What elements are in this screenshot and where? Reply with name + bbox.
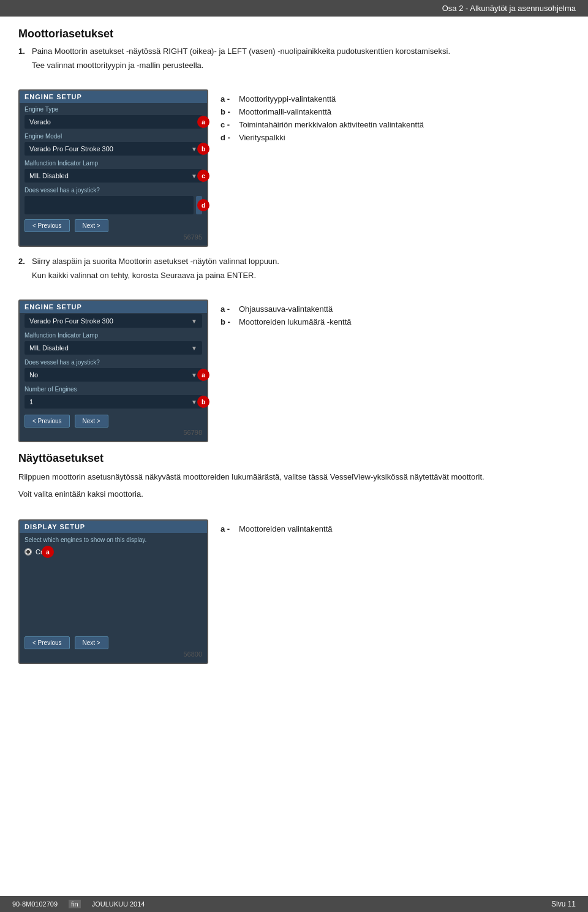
screen1-model-arrow: ▼ [191,146,197,153]
screen2-buttons: < Previous Next > [20,410,207,428]
step-2-number: 2. [18,257,32,266]
note-2b-label: b - [221,317,239,326]
step-1b-text: Tee valinnat moottorityypin ja -mallin p… [32,61,203,70]
screen2-notes: a - Ohjaussauva-valintakenttä b - Mootto… [221,300,570,330]
note-1d: d - Vierityspalkki [221,133,570,142]
page-header: Osa 2 - Alkunäytöt ja asennusohjelma [0,0,588,17]
screen1-mil-field[interactable]: MIL Disabled ▼ c [24,169,202,183]
step-2b-text: Kun kaikki valinnat on tehty, korosta Se… [32,271,256,280]
step-2: 2. Siirry alaspäin ja suorita Moottorin … [18,257,570,266]
engine-screen-1: ENGINE SETUP Engine Type Verado a Engine… [18,89,208,247]
step-2b-number [18,271,32,280]
screen3-title: DISPLAY SETUP [20,521,207,533]
screen1-mil-value: MIL Disabled [29,172,69,179]
note-1c: c - Toimintahäiriön merkkivalon aktivite… [221,120,570,129]
screen1-notes: a - Moottorityyppi-valintakenttä b - Moo… [221,89,570,146]
step-1b-number [18,61,32,70]
note-3a-text: Moottoreiden valintakenttä [239,524,332,533]
screen2-model-arrow: ▼ [191,318,197,325]
step-1-number: 1. [18,47,32,56]
screen2-next-btn[interactable]: Next > [75,415,108,428]
note-1a: a - Moottorityyppi-valintakenttä [221,94,570,104]
note-2b-text: Moottoreiden lukumäärä -kenttä [239,317,352,326]
screen2-container: ENGINE SETUP Verado Pro Four Stroke 300 … [18,300,208,442]
screen2-model-value: Verado Pro Four Stroke 300 [29,317,113,325]
footer-page: Sivu 11 [551,900,576,908]
engine-screen-2: ENGINE SETUP Verado Pro Four Stroke 300 … [18,300,208,442]
badge-2b: b [197,396,209,408]
footer-date: JOULUKUU 2014 [92,900,145,908]
display-screen-3: DISPLAY SETUP Select which engines to sh… [18,519,208,664]
figure-2-row: ENGINE SETUP Verado Pro Four Stroke 300 … [18,300,570,442]
header-title: Osa 2 - Alkunäytöt ja asennusohjelma [442,4,576,13]
footer-doc-number: 90-8M0102709 [12,900,58,908]
step-2b: Kun kaikki valinnat on tehty, korosta Se… [18,271,570,280]
radio-dot-inner [26,550,30,554]
screen3-cntr-option[interactable]: Cntr a [20,546,207,558]
section3-title: Näyttöasetukset [18,452,570,465]
badge-3a: a [42,546,54,558]
screen1-fig-number: 56795 [20,233,207,241]
note-2a-text: Ohjaussauva-valintakenttä [239,304,333,314]
radio-dot [24,548,32,556]
note-2a: a - Ohjaussauva-valintakenttä [221,304,570,314]
note-1b-label: b - [221,107,239,116]
badge-a: a [197,116,209,128]
step-1: 1. Paina Moottorin asetukset -näytössä R… [18,47,570,56]
screen1-next-btn[interactable]: Next > [75,219,108,232]
screen1-mil-arrow: ▼ [191,173,197,179]
screen2-joystick-label: Does vessel has a joystick? [20,356,207,367]
screen2-engines-field[interactable]: 1 ▼ b [24,395,202,409]
badge-c: c [197,170,209,182]
step-2-text: Siirry alaspäin ja suorita Moottorin ase… [32,257,279,266]
screen2-no-field[interactable]: No ▼ a [24,368,202,382]
screen2-engines-label: Number of Engines [20,383,207,394]
note-2b: b - Moottoreiden lukumäärä -kenttä [221,317,570,326]
screen2-title: ENGINE SETUP [20,301,207,313]
note-1a-text: Moottorityyppi-valintakenttä [239,94,336,104]
screen2-model-field[interactable]: Verado Pro Four Stroke 300 ▼ [24,314,202,328]
screen1-mil-label: Malfunction Indicator Lamp [20,157,207,168]
badge-b: b [197,143,209,155]
screen1-buttons: < Previous Next > [20,214,207,232]
screen3-fig-number: 56800 [20,650,207,658]
step-1b: Tee valinnat moottorityypin ja -mallin p… [18,61,570,70]
note-1b: b - Moottorimalli-valintakenttä [221,107,570,116]
note-2a-label: a - [221,304,239,314]
note-3a-label: a - [221,524,239,533]
figure-3-row: DISPLAY SETUP Select which engines to sh… [18,519,570,664]
footer-lang: fin [69,900,81,908]
badge-2a: a [197,369,209,381]
badge-d: d [197,199,209,211]
screen2-fig-number: 56798 [20,429,207,436]
screen2-no-arrow: ▼ [191,372,197,379]
step-1-text: Paina Moottorin asetukset -näytössä RIGH… [32,47,450,56]
screen1-verado-field[interactable]: Verado a [24,115,202,129]
screen1-title: ENGINE SETUP [20,91,207,103]
screen1-prev-btn[interactable]: < Previous [24,219,70,232]
figure-1-row: ENGINE SETUP Engine Type Verado a Engine… [18,89,570,247]
screen1-model-value: Verado Pro Four Stroke 300 [29,145,113,153]
screen2-prev-btn[interactable]: < Previous [24,415,70,428]
section3-para1: Riippuen moottorin asetusnäytössä näkyvä… [18,471,570,483]
screen3-next-btn[interactable]: Next > [75,636,108,649]
note-1a-label: a - [221,94,239,104]
screen1-engine-model-label: Engine Model [20,130,207,141]
screen2-engines-value: 1 [29,398,33,405]
note-1d-text: Vierityspalkki [239,133,285,142]
screen2-mil-field[interactable]: MIL Disabled ▼ [24,341,202,355]
note-3a: a - Moottoreiden valintakenttä [221,524,570,533]
note-1c-label: c - [221,120,239,129]
section1-title: Moottoriasetukset [18,28,570,40]
screen1-model-field[interactable]: Verado Pro Four Stroke 300 ▼ b [24,142,202,156]
screen3-display-area [20,558,207,631]
screen2-engines-arrow: ▼ [191,399,197,405]
note-1c-text: Toimintahäiriön merkkivalon aktiviteetin… [239,120,424,129]
page-footer: 90-8M0102709 fin JOULUKUU 2014 Sivu 11 [0,896,588,912]
screen2-mil-arrow: ▼ [191,345,197,352]
screen1-container: ENGINE SETUP Engine Type Verado a Engine… [18,89,208,247]
screen3-subtitle: Select which engines to show on this dis… [20,533,209,546]
screen3-prev-btn[interactable]: < Previous [24,636,70,649]
screen2-mil-label: Malfunction Indicator Lamp [20,329,207,340]
screen3-buttons: < Previous Next > [20,631,207,649]
